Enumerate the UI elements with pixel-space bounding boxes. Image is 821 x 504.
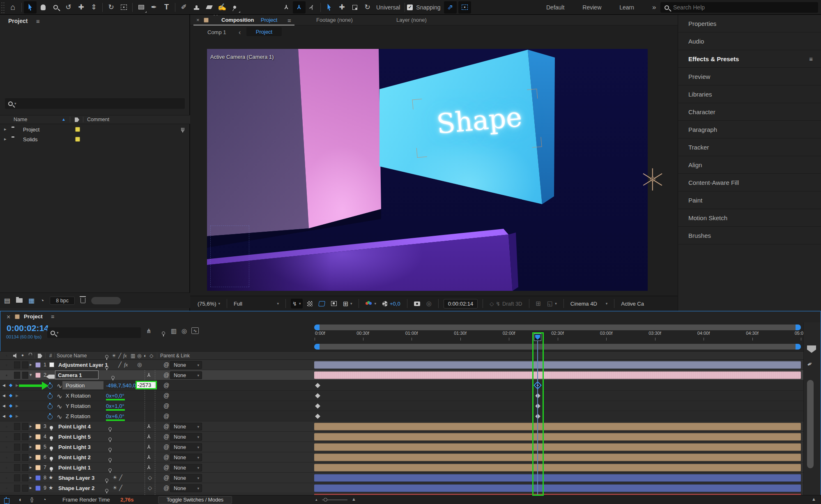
panel-menu-icon[interactable]: ≡ [809,55,813,62]
parent-pickwhip-icon[interactable]: @ [163,485,169,491]
snap-edges-toggle[interactable]: ⇗ [444,1,457,14]
take-snapshot-button[interactable] [412,301,422,306]
layer-name[interactable]: Shape Layer 3 [58,475,94,481]
parent-pickwhip-icon[interactable]: @ [163,433,169,440]
property-value[interactable]: 0x+1,0° [106,403,124,409]
sidebar-item-motion-sketch[interactable]: Motion Sketch [678,209,821,227]
position-gizmo[interactable]: ✚ [336,1,348,14]
add-keyframe-icon[interactable]: ◆ [9,403,12,408]
shy-switch[interactable] [108,427,112,430]
column-source-name[interactable]: Source Name [57,353,87,359]
parent-pickwhip-icon[interactable]: @ [163,413,169,419]
parent-link-dropdown[interactable]: None▾ [170,361,202,369]
layer-color-swatch[interactable] [35,475,41,481]
toggle-switches-button[interactable]: Toggle Switches / Modes [158,496,232,504]
layer-row-point-light-2[interactable]: ▸6Point Light 2Y@None▾ [0,452,820,463]
puppet-pin-tool[interactable] [228,1,241,14]
in-out-columns-icon[interactable]: { } [30,497,32,502]
parent-link-dropdown[interactable]: None▾ [170,423,202,430]
collapse-chevron-icon[interactable]: ▾ [30,372,32,377]
parent-link-dropdown[interactable]: None▾ [170,371,202,379]
panel-menu-icon[interactable]: ≡ [51,313,54,320]
parent-pickwhip-icon[interactable]: @ [163,392,169,399]
zoom-in-icon[interactable]: ▲ [352,497,356,502]
fx-switch-icon[interactable]: fx [123,353,127,359]
dolly-camera-tool[interactable]: ⇕ [87,1,100,14]
quality-switch[interactable]: ╱ [118,361,122,368]
lock-cell[interactable] [22,444,28,451]
clone-stamp-tool[interactable] [190,1,203,14]
view-layout-button[interactable]: ⊞ [534,300,543,307]
vertical-scrollbar[interactable] [807,380,814,468]
add-keyframe-icon[interactable]: ◆ [9,393,12,398]
motion-blur-icon[interactable]: ◎ [182,327,187,335]
panel-resize-pill[interactable] [91,297,121,304]
parent-pickwhip-icon[interactable]: @ [163,361,169,368]
property-name[interactable]: Z Rotation [66,413,90,419]
property-row-x-rotation[interactable]: ◀◆▶∿X Rotation0x+0,0°@ [0,391,820,401]
graph-toggle-icon[interactable]: ∿ [57,392,62,400]
stopwatch-icon[interactable] [48,414,53,419]
parent-link-dropdown[interactable]: None▾ [170,433,202,441]
label-color-swatch[interactable] [75,127,80,132]
lock-cell[interactable] [22,433,28,440]
composition-network-icon[interactable]: ⋔ [146,327,152,335]
tab-composition[interactable]: Composition [221,17,254,23]
layer-duration-bar[interactable] [314,371,801,379]
layer-color-swatch[interactable] [35,373,41,378]
pen-tool[interactable]: ✒ [147,1,160,14]
shy-switch[interactable] [105,366,108,369]
fx-switch[interactable]: fx [124,361,128,368]
lock-cell[interactable] [22,485,28,492]
blend-modes-icon[interactable]: ◐ [19,496,22,503]
parent-pickwhip-icon[interactable]: @ [163,474,169,481]
expand-chevron-icon[interactable]: ▸ [30,362,32,367]
selection-tool[interactable] [24,1,37,14]
pan-camera-tool[interactable]: ✚ [75,1,87,14]
property-value[interactable]: 0x+6,0° [106,413,124,419]
work-area-bar[interactable] [314,344,801,350]
lock-cell[interactable] [22,474,28,481]
parent-link-dropdown[interactable]: None▾ [170,464,202,472]
scale-gizmo[interactable] [348,1,361,14]
layer-duration-bar[interactable] [314,433,801,441]
adjustment-switch-icon[interactable]: ◐ [144,353,147,359]
property-name[interactable]: X Rotation [66,393,91,399]
shy-switch[interactable] [108,437,112,441]
timeline-search-input[interactable]: ▾ [47,327,141,338]
exposure-value[interactable]: +0,0 [390,301,400,307]
lock-cell[interactable] [22,464,28,471]
add-keyframe-icon[interactable]: ◆ [9,382,12,388]
layer-name[interactable]: Point Light 1 [58,465,91,471]
layer-color-swatch[interactable] [35,486,41,491]
sidebar-item-tracker[interactable]: Tracker [678,138,821,156]
brush-tool[interactable]: ✐ [177,1,190,14]
breadcrumb-current[interactable]: Project [246,27,282,36]
solo-cell[interactable] [14,474,20,481]
audio-column-icon[interactable] [13,353,18,358]
sidebar-item-paragraph[interactable]: Paragraph [678,121,821,138]
exposure-button[interactable]: +0,0 [381,301,402,307]
parent-pickwhip-icon[interactable]: @ [163,464,169,471]
column-number[interactable]: # [49,353,52,359]
graph-toggle-icon[interactable]: ∿ [57,403,62,410]
chevron-right-icon[interactable]: ▸ [4,136,7,142]
mask-visibility-button[interactable] [317,301,327,306]
tag-icon[interactable] [75,117,79,122]
sidebar-item-audio[interactable]: Audio [678,32,821,50]
workspace-learn[interactable]: Learn [619,4,634,11]
universal-select-gizmo[interactable] [323,1,336,14]
snap-features-toggle[interactable] [458,1,471,14]
zoom-tool[interactable] [49,1,62,14]
project-item-project[interactable]: ▸Project⋔ [0,125,190,135]
time-ruler[interactable]: 0:00f00:30f01:00f01:30f02:00f02:30f03:00… [314,331,803,343]
eraser-tool[interactable] [203,1,216,14]
keyframe-icon[interactable] [315,393,320,398]
new-folder-icon[interactable] [16,298,23,303]
sidebar-item-align[interactable]: Align [678,156,821,174]
tab-footage[interactable]: Footage (none) [316,17,353,23]
close-icon[interactable]: × [7,313,10,321]
draft-3d-button[interactable]: ◇↯Draft 3D [488,301,524,307]
zoom-slider-handle[interactable] [324,498,327,502]
fast-previews-button[interactable]: ↯▾ [291,299,302,308]
